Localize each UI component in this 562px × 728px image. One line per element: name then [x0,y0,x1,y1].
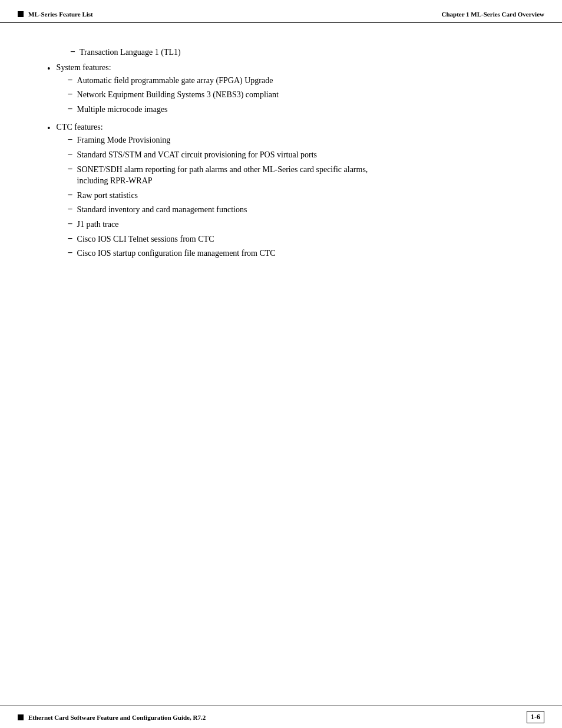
inventory-text: Standard inventory and card management f… [77,204,247,216]
list-item: – SONET/SDH alarm reporting for path ala… [57,164,515,187]
fpga-text: Automatic field programmable gate array … [77,75,273,87]
list-item: – Raw port statistics [57,190,515,202]
bottom-footer: Ethernet Card Software Feature and Confi… [0,706,562,728]
microcode-text: Multiple microcode images [77,104,168,116]
ctc-features-list: – Framing Mode Provisioning – Standard S… [57,134,515,259]
dash-icon: – [68,204,72,213]
list-item: • System features: – Automatic field pro… [47,63,515,118]
header-left: ML-Series Feature List [18,11,93,18]
system-features-content: System features: – Automatic field progr… [57,63,515,118]
cisco-startup-text: Cisco IOS startup configuration file man… [77,248,276,259]
header-square-icon [18,11,24,17]
dash-icon: – [68,164,72,173]
content-list: – Transaction Language 1 (TL1) • System … [47,47,515,262]
sonet-sdh-text: SONET/SDH alarm reporting for path alarm… [77,164,368,187]
dash-icon: – [68,248,72,257]
footer-square-icon [18,714,24,720]
dash-icon: – [68,190,72,199]
list-item: • CTC features: – Framing Mode Provision… [47,123,515,262]
dash-icon: – [68,233,72,243]
bullet-icon: • [47,64,51,74]
dash-icon: – [68,75,72,84]
dash-icon: – [68,104,72,113]
header-section-label: ML-Series Feature List [28,11,93,18]
dash-icon: – [68,219,72,228]
list-item: – Multiple microcode images [57,104,515,116]
transaction-text: Transaction Language 1 (TL1) [80,47,181,58]
list-item: – J1 path trace [57,219,515,230]
list-item: – Network Equipment Building Systems 3 (… [57,89,515,101]
list-item: – Automatic field programmable gate arra… [57,75,515,87]
j1-path-text: J1 path trace [77,219,119,230]
raw-port-text: Raw port statistics [77,190,138,202]
system-features-list: – Automatic field programmable gate arra… [57,75,515,116]
system-features-label: System features: [57,63,111,72]
list-item: – Standard STS/STM and VCAT circuit prov… [57,149,515,161]
page-container: ML-Series Feature List Chapter 1 ML-Seri… [0,0,562,728]
nebs-text: Network Equipment Building Systems 3 (NE… [77,89,279,101]
footer-left: Ethernet Card Software Feature and Confi… [18,714,206,721]
list-item: – Framing Mode Provisioning [57,134,515,146]
dash-icon: – [68,134,72,144]
dash-icon: – [68,149,72,159]
dash-icon: – [68,89,72,98]
header-chapter-label: Chapter 1 ML-Series Card Overview [441,11,544,18]
list-item: – Cisco IOS startup configuration file m… [57,248,515,259]
footer-title-text: Ethernet Card Software Feature and Confi… [28,714,206,721]
sts-stm-text: Standard STS/STM and VCAT circuit provis… [77,149,317,161]
list-item: – Transaction Language 1 (TL1) [47,47,515,58]
cisco-telnet-text: Cisco IOS CLI Telnet sessions from CTC [77,233,214,245]
main-content: – Transaction Language 1 (TL1) • System … [0,23,562,302]
top-header: ML-Series Feature List Chapter 1 ML-Seri… [0,0,562,23]
framing-mode-text: Framing Mode Provisioning [77,134,171,146]
list-item: – Cisco IOS CLI Telnet sessions from CTC [57,233,515,245]
footer-page-number: 1-6 [527,711,544,723]
ctc-features-content: CTC features: – Framing Mode Provisionin… [57,123,515,262]
ctc-features-label: CTC features: [57,123,103,131]
bullet-icon: • [47,123,51,134]
list-item: – Standard inventory and card management… [57,204,515,216]
dash-icon: – [71,47,75,56]
